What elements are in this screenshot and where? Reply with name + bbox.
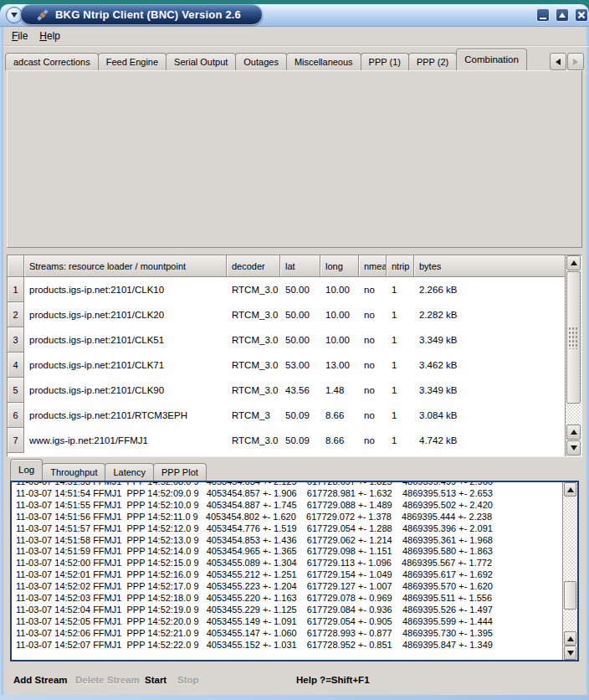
stream-cell: RTCM_3.0	[227, 378, 280, 403]
log-text: 11-03-07 14:51:53 FFMJ1 PPP 14:52:08.0 9…	[16, 481, 561, 660]
streams-header-cell[interactable]: ntrip	[387, 255, 414, 277]
streams-header-cell[interactable]: Streams: resource loader / mountpoint	[24, 255, 227, 277]
stream-cell: RTCM_3.0	[227, 353, 280, 378]
close-icon	[577, 11, 586, 19]
streams-header-cell[interactable]: lat	[280, 255, 320, 277]
stream-cell: no	[359, 353, 387, 378]
stream-cell: 43.56	[280, 378, 320, 403]
maximize-button[interactable]	[556, 8, 569, 22]
scroll-up-button-2[interactable]	[564, 631, 576, 646]
row-number[interactable]: 7	[8, 428, 24, 453]
arrow-left-icon	[556, 59, 561, 65]
streams-scrollbar[interactable]	[565, 255, 581, 456]
help-button[interactable]: Help ?=Shift+F1	[296, 675, 370, 685]
stop-button[interactable]: Stop	[177, 675, 199, 685]
streams-header-cell[interactable]: nmea	[359, 255, 387, 277]
minimize-icon	[540, 18, 546, 19]
stream-cell: products.igs-ip.net:2101/RTCM3EPH	[24, 403, 227, 428]
stream-cell: 1	[387, 327, 414, 353]
window-title: BKG Ntrip Client (BNC) Version 2.6	[55, 8, 241, 21]
stream-cell: 1	[387, 277, 414, 302]
stream-row[interactable]: 2products.igs-ip.net:2101/CLK20RTCM_3.05…	[8, 302, 581, 327]
row-number[interactable]: 2	[8, 302, 24, 327]
stream-cell: 4.742 kB	[414, 428, 581, 453]
stream-cell: RTCM_3.0	[227, 302, 280, 327]
minimize-button[interactable]	[536, 8, 550, 22]
tab-miscellaneous[interactable]: Miscellaneous	[286, 53, 361, 70]
tab-scroll-left-button[interactable]	[550, 53, 566, 70]
window-menu-arrow-icon	[11, 13, 18, 18]
arrow-right-icon	[573, 59, 578, 65]
log-scrollbar[interactable]	[562, 482, 577, 660]
streams-header-cell[interactable]: long	[320, 255, 359, 277]
stream-cell: RTCM_3.0	[227, 277, 280, 302]
row-number[interactable]: 4	[8, 353, 24, 378]
stream-cell: products.igs-ip.net:2101/CLK90	[24, 378, 227, 403]
stream-row[interactable]: 4products.igs-ip.net:2101/CLK71RTCM_3.05…	[8, 353, 581, 378]
stream-cell: no	[359, 378, 387, 403]
stream-cell: 10.00	[320, 277, 359, 302]
bottom-tab-ppp-plot[interactable]: PPP Plot	[153, 463, 207, 481]
app-icon	[36, 8, 49, 22]
arrow-up-icon	[571, 430, 577, 435]
bottom-tab-log[interactable]: Log	[10, 459, 43, 481]
corner-cell	[8, 255, 24, 277]
bottom-tab-latency[interactable]: Latency	[105, 463, 154, 481]
stream-cell: 50.09	[280, 428, 320, 453]
streams-table: Streams: resource loader / mountpointdec…	[7, 255, 582, 457]
tab-combination[interactable]: Combination	[456, 49, 527, 70]
stream-cell: 1	[387, 428, 414, 453]
stream-row[interactable]: 7www.igs-ip.net:2101/FFMJ1RTCM_3.050.098…	[8, 428, 581, 453]
stream-cell: no	[359, 428, 387, 453]
scroll-down-button[interactable]	[564, 646, 576, 660]
stream-cell: www.igs-ip.net:2101/FFMJ1	[24, 428, 227, 453]
start-button[interactable]: Start	[145, 675, 166, 685]
stream-row[interactable]: 3products.igs-ip.net:2101/CLK51RTCM_3.05…	[8, 327, 581, 353]
scroll-up-button-2[interactable]	[566, 425, 581, 440]
stream-cell: products.igs-ip.net:2101/CLK71	[24, 353, 227, 378]
menu-item-help[interactable]: Help	[39, 30, 60, 42]
scrollbar-thumb[interactable]	[564, 581, 576, 610]
scrollbar-thumb[interactable]	[566, 271, 581, 404]
stream-cell: 50.00	[280, 302, 320, 327]
stream-cell: 1	[387, 353, 414, 378]
stream-cell: 3.349 kB	[414, 378, 581, 403]
close-button[interactable]	[575, 8, 588, 22]
row-number[interactable]: 3	[8, 327, 24, 353]
scroll-down-button[interactable]	[566, 440, 581, 456]
row-number[interactable]: 1	[8, 277, 24, 302]
tab-ppp-1[interactable]: PPP (1)	[361, 53, 409, 70]
row-number[interactable]: 6	[8, 403, 24, 428]
tab-feed-engine[interactable]: Feed Engine	[98, 53, 166, 70]
stream-row[interactable]: 5products.igs-ip.net:2101/CLK90RTCM_3.04…	[8, 378, 581, 403]
arrow-down-icon	[571, 445, 577, 450]
streams-header: Streams: resource loader / mountpointdec…	[8, 255, 581, 277]
stream-cell: 10.00	[320, 302, 359, 327]
stream-cell: 3.349 kB	[414, 327, 581, 353]
stream-row[interactable]: 1products.igs-ip.net:2101/CLK10RTCM_3.05…	[8, 277, 581, 302]
menu-item-file[interactable]: File	[12, 30, 28, 42]
tab-outages[interactable]: Outages	[235, 53, 287, 70]
add-stream-button[interactable]: Add Stream	[13, 675, 68, 685]
stream-cell: 53.00	[280, 353, 320, 378]
tab-ppp-2[interactable]: PPP (2)	[408, 53, 457, 70]
streams-header-cell[interactable]: bytes	[414, 255, 581, 277]
scroll-up-button[interactable]	[564, 482, 576, 497]
stream-cell: 8.66	[320, 428, 359, 453]
tab-scroll-right-button[interactable]	[567, 53, 584, 70]
scroll-up-button[interactable]	[566, 255, 581, 270]
streams-header-cell[interactable]: decoder	[227, 255, 280, 277]
tab-serial-output[interactable]: Serial Output	[166, 53, 236, 70]
window-border-right	[586, 26, 589, 700]
log-view[interactable]: 11-03-07 14:51:53 FFMJ1 PPP 14:52:08.0 9…	[10, 481, 579, 661]
window-border-bottom	[0, 695, 589, 700]
stream-cell: 50.00	[280, 327, 320, 353]
delete-stream-button[interactable]: Delete Stream	[75, 675, 140, 685]
title-capsule: BKG Ntrip Client (BNC) Version 2.6	[20, 4, 263, 25]
row-number[interactable]: 5	[8, 378, 24, 403]
bottom-tab-throughput[interactable]: Throughput	[42, 463, 105, 481]
stream-cell: no	[359, 277, 387, 302]
tab-broadcast-corrections[interactable]: adcast Corrections	[5, 53, 99, 70]
stream-cell: 1.48	[320, 378, 359, 403]
stream-row[interactable]: 6products.igs-ip.net:2101/RTCM3EPHRTCM_3…	[8, 403, 581, 428]
